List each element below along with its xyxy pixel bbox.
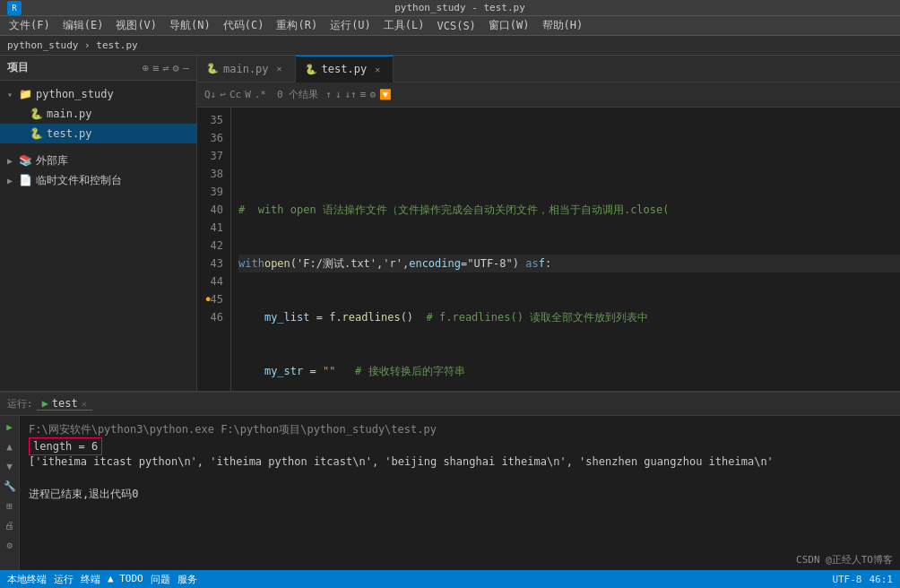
tree-item-external-libs[interactable]: ▶ 📚 外部库 <box>0 151 196 170</box>
python-file-icon: 🐍 <box>29 108 43 120</box>
terminal-icon2[interactable]: ⊞ <box>3 498 17 513</box>
arrow-icon: ▶ <box>7 156 18 166</box>
terminal-tabs: 运行: ▶ test ✕ <box>0 393 900 416</box>
menu-refactor[interactable]: 重构(R) <box>271 16 323 35</box>
search-icon: Q↓ <box>204 89 216 100</box>
status-local[interactable]: 本地终端 <box>7 573 47 586</box>
terminal-content: F:\网安软件\python3\python.exe F:\python项目\p… <box>20 416 900 570</box>
status-encoding: UTF-8 <box>832 574 861 585</box>
add-file-icon[interactable]: ⊕ <box>143 62 149 74</box>
file-icon: 🐍 <box>305 64 317 75</box>
menu-nav[interactable]: 导航(N) <box>164 16 216 35</box>
term-line-4 <box>29 470 891 486</box>
tree-item-label: main.py <box>47 108 92 120</box>
prev-result-icon[interactable]: ↑ <box>325 89 332 100</box>
status-terminal[interactable]: 终端 <box>81 573 100 586</box>
search-options: ↩ Cc W .* <box>220 89 266 100</box>
terminal-left-toolbar: ▶ ▲ ▼ 🔧 ⊞ 🖨 ⚙ <box>0 416 20 570</box>
menu-run[interactable]: 运行(U) <box>325 16 376 35</box>
regex-icon[interactable]: ↩ <box>220 89 226 100</box>
file-icon: 🐍 <box>206 63 219 74</box>
menu-bar: 文件(F) 编辑(E) 视图(V) 导航(N) 代码(C) 重构(R) 运行(U… <box>0 16 900 36</box>
sync-icon[interactable]: ⇌ <box>162 62 169 74</box>
close-tab-icon[interactable]: ✕ <box>273 64 286 74</box>
tree-item-scratch[interactable]: ▶ 📄 临时文件和控制台 <box>0 170 196 190</box>
expand-icon[interactable]: ↓↑ <box>345 89 357 100</box>
search-result-count: 0 个结果 <box>277 88 318 101</box>
status-services[interactable]: 服务 <box>177 573 197 586</box>
tree-item-label: 外部库 <box>36 153 68 169</box>
line-num-42: 42 <box>197 237 230 255</box>
settings-icon[interactable]: ⚙ <box>173 62 179 74</box>
tree-item-label: python_study <box>36 88 114 100</box>
word-icon[interactable]: W <box>245 89 251 100</box>
terminal-tab-label: test <box>52 397 78 410</box>
term-line-2: length = 6 <box>29 437 891 454</box>
window-title: python_study - test.py <box>27 2 893 13</box>
tree-item-label: 临时文件和控制台 <box>36 173 122 188</box>
tab-mainpy[interactable]: 🐍 main.py ✕ <box>197 56 296 82</box>
settings2-icon[interactable]: ⚙ <box>369 89 376 100</box>
tab-label: main.py <box>223 63 269 75</box>
sidebar-toolbar: ⊕ ≡ ⇌ ⚙ — <box>143 62 189 74</box>
code-line-39: my_str = "" # 接收转换后的字符串 <box>238 362 900 380</box>
close-tab-icon[interactable]: ✕ <box>371 65 384 74</box>
wrench-icon[interactable]: 🔧 <box>3 479 17 493</box>
breadcrumb: python_study › test.py <box>7 39 138 51</box>
terminal-area: 运行: ▶ test ✕ ▶ ▲ ▼ 🔧 ⊞ 🖨 ⚙ F:\网安软件\pytho… <box>0 391 900 570</box>
folder-icon: 📁 <box>18 88 32 100</box>
status-bar-left: 本地终端 运行 终端 ▲ TODO 问题 服务 <box>7 573 197 586</box>
line-num-35: 35 <box>197 111 230 129</box>
menu-vcs[interactable]: VCS(S) <box>432 18 481 34</box>
case-icon[interactable]: Cc <box>229 89 241 100</box>
nav-bar: python_study › test.py <box>0 36 900 56</box>
tree-item-label: test.py <box>47 127 92 140</box>
code-line-35 <box>238 147 900 165</box>
minimize-icon[interactable]: — <box>183 62 189 74</box>
line-num-44: 44 <box>197 272 230 290</box>
line-num-37: 37 <box>197 147 230 165</box>
scroll-down-icon[interactable]: ▼ <box>3 459 17 473</box>
search-bar: Q↓ ↩ Cc W .* 0 个结果 ↑ ↓ ↓↑ ≡ ⚙ 🔽 <box>197 82 900 108</box>
scroll-up-icon[interactable]: ▲ <box>3 439 17 454</box>
collapse-icon[interactable]: ≡ <box>152 62 159 74</box>
menu-edit[interactable]: 编辑(E) <box>57 16 109 35</box>
editor-tabs: 🐍 main.py ✕ 🐍 test.py ✕ <box>197 56 900 82</box>
close-terminal-icon[interactable]: ✕ <box>82 399 87 409</box>
menu-window[interactable]: 窗口(W) <box>483 16 535 35</box>
library-icon: 📚 <box>18 154 32 167</box>
app-logo: R <box>7 1 22 15</box>
next-result-icon[interactable]: ↓ <box>335 89 342 100</box>
line-num-41: 41 <box>197 219 230 237</box>
line-num-46: 46 <box>197 308 230 326</box>
status-problems[interactable]: 问题 <box>151 573 170 586</box>
menu-help[interactable]: 帮助(H) <box>537 16 589 35</box>
menu-code[interactable]: 代码(C) <box>218 16 270 35</box>
title-bar: R python_study - test.py <box>0 0 900 16</box>
run-label: 运行: <box>7 397 33 411</box>
line-num-38: 38 <box>197 165 230 183</box>
run-button[interactable]: ▶ <box>3 419 17 434</box>
scratch-icon: 📄 <box>18 174 32 186</box>
tab-label: test.py <box>322 63 368 75</box>
tree-item-mainpy[interactable]: 🐍 main.py <box>0 104 196 124</box>
tab-testpy[interactable]: 🐍 test.py ✕ <box>296 56 394 82</box>
tree-item-testpy[interactable]: 🐍 test.py <box>0 124 196 143</box>
funnel-icon[interactable]: 🔽 <box>379 89 392 100</box>
filter-icon[interactable]: ≡ <box>360 89 367 100</box>
line-num-39: 39 <box>197 183 230 201</box>
status-bar: 本地终端 运行 终端 ▲ TODO 问题 服务 UTF-8 46:1 <box>0 570 900 588</box>
settings3-icon[interactable]: ⚙ <box>3 538 17 552</box>
sidebar-header: 项目 ⊕ ≡ ⇌ ⚙ — <box>0 56 196 81</box>
tree-item-project[interactable]: ▾ 📁 python_study <box>0 84 196 104</box>
dot-icon[interactable]: .* <box>255 89 266 100</box>
menu-view[interactable]: 视图(V) <box>110 16 162 35</box>
main-area: 项目 ⊕ ≡ ⇌ ⚙ — ▾ 📁 python_study 🐍 main.py <box>0 56 900 588</box>
status-run[interactable]: 运行 <box>54 573 74 586</box>
menu-file[interactable]: 文件(F) <box>4 16 56 35</box>
sidebar-title: 项目 <box>7 60 143 75</box>
status-todo[interactable]: ▲ TODO <box>108 573 143 586</box>
menu-tools[interactable]: 工具(L) <box>378 16 430 35</box>
print-icon[interactable]: 🖨 <box>3 518 17 532</box>
terminal-tab-test[interactable]: ▶ test ✕ <box>37 397 92 411</box>
